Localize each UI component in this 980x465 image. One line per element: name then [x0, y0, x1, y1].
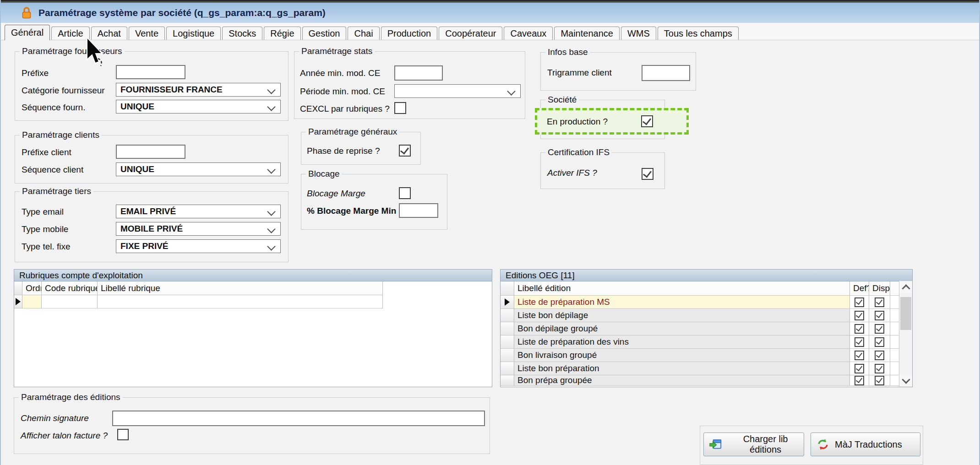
- cell-libelle[interactable]: Bon dépilage groupé: [514, 322, 850, 335]
- afficher-talon-checkbox[interactable]: [117, 429, 129, 440]
- blocage-marge-min-input[interactable]: [399, 203, 438, 218]
- cell-code[interactable]: [42, 295, 98, 308]
- maj-traductions-button[interactable]: MàJ Traductions: [811, 433, 920, 456]
- cell-def[interactable]: [850, 309, 869, 322]
- cell-disp[interactable]: [869, 349, 890, 362]
- col-def[interactable]: Def?: [850, 281, 869, 296]
- tab-gestion[interactable]: Gestion: [302, 27, 347, 40]
- tab-wms[interactable]: WMS: [621, 27, 656, 40]
- cell-disp[interactable]: [869, 322, 890, 335]
- categorie-fournisseur-select[interactable]: FOURNISSEUR FRANCE: [116, 83, 281, 97]
- col-libelle-edition[interactable]: Libellé édition: [514, 281, 850, 296]
- type-tel-fixe-select[interactable]: FIXE PRIVÉ: [116, 239, 281, 253]
- periode-min-select[interactable]: [394, 84, 521, 98]
- cell-disp[interactable]: [869, 296, 890, 309]
- col-disp[interactable]: Disp?: [869, 281, 890, 296]
- def-checkbox[interactable]: [855, 297, 864, 307]
- group-blocage: Blocage Blocage Marge % Blocage Marge Mi…: [301, 174, 447, 230]
- tab-cooperateur[interactable]: Coopérateur: [439, 27, 502, 40]
- group-parametrage-stats: Paramétrage stats Année min. mod. CE Pér…: [294, 51, 525, 119]
- disp-checkbox[interactable]: [875, 337, 884, 347]
- col-libelle-rubrique[interactable]: Libellé rubrique: [98, 281, 383, 295]
- scroll-up-button[interactable]: [899, 281, 912, 293]
- cell-libelle[interactable]: Liste bon dépilage: [514, 309, 850, 322]
- tab-chai[interactable]: Chai: [348, 27, 379, 40]
- disp-checkbox[interactable]: [875, 376, 884, 385]
- def-checkbox[interactable]: [855, 337, 864, 347]
- col-ordre[interactable]: Ordre: [22, 281, 42, 295]
- cexcl-label: CEXCL par rubriques ?: [300, 104, 390, 114]
- lock-icon: [21, 6, 32, 19]
- cell-def[interactable]: [850, 322, 869, 335]
- cell-ordre[interactable]: [22, 295, 42, 308]
- type-email-select[interactable]: EMAIL PRIVÉ: [116, 205, 281, 218]
- cell-def[interactable]: [850, 296, 869, 309]
- tab-production[interactable]: Production: [381, 27, 438, 40]
- cell-disp[interactable]: [869, 362, 890, 375]
- tab-stocks[interactable]: Stocks: [222, 27, 262, 40]
- vertical-scrollbar[interactable]: [899, 281, 912, 387]
- col-code-rubrique[interactable]: Code rubrique: [42, 281, 98, 295]
- disp-checkbox[interactable]: [875, 351, 884, 360]
- def-checkbox[interactable]: [855, 324, 864, 334]
- table-row[interactable]: Liste de préparation des vins: [501, 335, 912, 349]
- scrollbar-thumb[interactable]: [900, 297, 911, 330]
- disp-checkbox[interactable]: [875, 297, 884, 307]
- tab-caveaux[interactable]: Caveaux: [504, 27, 553, 40]
- table-row[interactable]: Bon dépilage groupé: [501, 322, 912, 335]
- chemin-signature-input[interactable]: [112, 411, 485, 426]
- cell-def[interactable]: [850, 349, 869, 362]
- refresh-translations-icon: [817, 438, 829, 451]
- tab-maintenance[interactable]: Maintenance: [554, 27, 620, 40]
- table-row[interactable]: [14, 295, 492, 308]
- activer-ifs-label: Activer IFS ?: [547, 168, 597, 178]
- def-checkbox[interactable]: [855, 351, 864, 360]
- cell-libelle[interactable]: Liste bon préparation: [514, 362, 850, 375]
- row-selector-cell: [501, 335, 514, 349]
- cell-libelle[interactable]: [98, 295, 383, 308]
- cell-libelle[interactable]: Bon livraison groupé: [514, 349, 850, 362]
- table-row[interactable]: Bon livraison groupé: [501, 349, 912, 362]
- cexcl-checkbox[interactable]: [394, 102, 406, 114]
- tab-tous-les-champs[interactable]: Tous les champs: [658, 27, 739, 40]
- button-label: MàJ Traductions: [835, 439, 902, 450]
- sequence-fourn-select[interactable]: UNIQUE: [116, 100, 281, 114]
- en-production-checkbox[interactable]: [641, 115, 653, 127]
- type-mobile-select[interactable]: MOBILE PRIVÉ: [116, 222, 281, 236]
- charger-lib-editions-button[interactable]: Charger lib éditions: [703, 433, 804, 456]
- cell-libelle[interactable]: Bon prépa groupée: [514, 375, 850, 386]
- def-checkbox[interactable]: [855, 311, 864, 320]
- tab-regie[interactable]: Régie: [264, 27, 300, 40]
- table-row[interactable]: Bon prépa groupée: [501, 375, 912, 386]
- table-row[interactable]: Liste de préparation MS: [501, 296, 912, 309]
- cell-disp[interactable]: [869, 375, 890, 386]
- def-checkbox[interactable]: [855, 376, 864, 385]
- group-title: Paramétrage des éditions: [19, 392, 123, 402]
- trigramme-client-input[interactable]: [642, 65, 690, 81]
- tab-logistique[interactable]: Logistique: [166, 27, 221, 40]
- sequence-client-select[interactable]: UNIQUE: [116, 162, 281, 176]
- table-row[interactable]: Liste bon préparation: [501, 362, 912, 375]
- cell-disp[interactable]: [869, 309, 890, 322]
- activer-ifs-checkbox[interactable]: [642, 168, 653, 180]
- phase-reprise-checkbox[interactable]: [399, 145, 411, 157]
- cell-def[interactable]: [850, 335, 869, 349]
- blocage-marge-checkbox[interactable]: [399, 187, 411, 199]
- tab-vente[interactable]: Vente: [129, 27, 165, 40]
- prefixe-client-input[interactable]: [116, 145, 185, 159]
- tab-general[interactable]: Général: [5, 25, 50, 40]
- disp-checkbox[interactable]: [875, 364, 884, 373]
- table-row[interactable]: Liste bon dépilage: [501, 309, 912, 322]
- disp-checkbox[interactable]: [875, 311, 884, 320]
- prefixe-input[interactable]: [116, 65, 185, 79]
- disp-checkbox[interactable]: [875, 324, 884, 334]
- scroll-down-button[interactable]: [899, 375, 912, 387]
- cell-libelle[interactable]: Liste de préparation MS: [514, 296, 850, 309]
- cell-def[interactable]: [850, 362, 869, 375]
- cell-def[interactable]: [850, 375, 869, 386]
- annee-min-input[interactable]: [394, 65, 443, 81]
- load-window-icon: [709, 438, 722, 451]
- def-checkbox[interactable]: [855, 364, 864, 373]
- cell-libelle[interactable]: Liste de préparation des vins: [514, 335, 850, 349]
- cell-disp[interactable]: [869, 335, 890, 349]
